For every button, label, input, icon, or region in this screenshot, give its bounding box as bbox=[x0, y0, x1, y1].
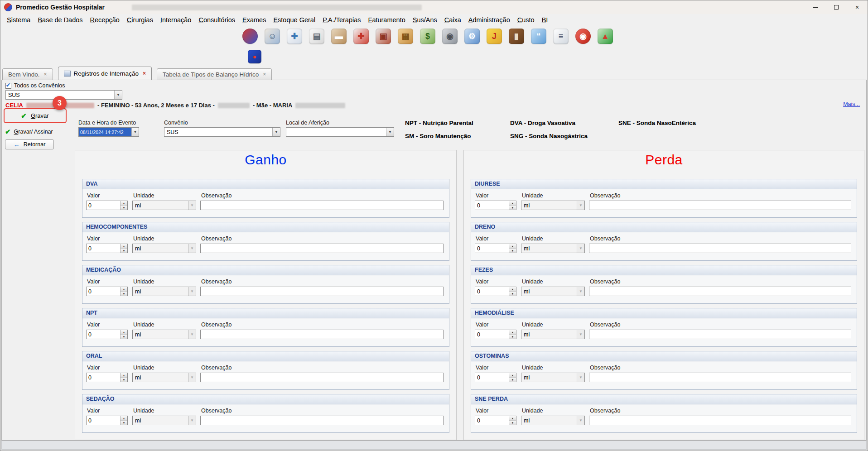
observacao-input[interactable] bbox=[200, 373, 444, 382]
maximize-button[interactable] bbox=[826, 0, 847, 14]
spin-down-icon[interactable]: ▼ bbox=[121, 378, 127, 382]
valor-input[interactable]: 0▲▼ bbox=[86, 287, 128, 296]
datetime-input[interactable]: 08/11/2024 14:27:42 ▼ bbox=[78, 127, 139, 137]
tab-bem-vindo[interactable]: Bem Vindo.× bbox=[2, 68, 53, 80]
spin-down-icon[interactable]: ▼ bbox=[121, 292, 127, 296]
unidade-select[interactable]: ml▼ bbox=[132, 330, 196, 339]
documents-icon[interactable]: ▤ bbox=[309, 29, 324, 44]
spin-up-icon[interactable]: ▲ bbox=[509, 287, 516, 292]
observacao-input[interactable] bbox=[589, 416, 851, 425]
staff-gear-icon[interactable]: ⚙ bbox=[464, 29, 480, 44]
spin-up-icon[interactable]: ▲ bbox=[509, 373, 516, 378]
menu-item-faturamento[interactable]: Faturamento bbox=[365, 15, 409, 25]
observacao-input[interactable] bbox=[200, 416, 444, 425]
basket-icon[interactable]: ▦ bbox=[398, 29, 413, 44]
valor-input[interactable]: 0▲▼ bbox=[475, 416, 516, 425]
safe-icon[interactable]: ◉ bbox=[442, 29, 458, 44]
unidade-select[interactable]: ml▼ bbox=[521, 373, 585, 382]
patient-search-icon[interactable]: ☺ bbox=[265, 29, 280, 44]
power-icon[interactable]: ◉ bbox=[575, 29, 591, 44]
tab-close-icon[interactable]: × bbox=[263, 71, 266, 77]
observacao-input[interactable] bbox=[589, 330, 851, 339]
observacao-input[interactable] bbox=[200, 201, 444, 210]
unidade-select[interactable]: ml▼ bbox=[521, 287, 585, 296]
unidade-select[interactable]: ml▼ bbox=[521, 244, 585, 253]
spin-up-icon[interactable]: ▲ bbox=[121, 373, 127, 378]
spin-up-icon[interactable]: ▲ bbox=[121, 330, 127, 335]
spin-down-icon[interactable]: ▼ bbox=[509, 249, 516, 253]
unidade-select[interactable]: ml▼ bbox=[521, 330, 585, 339]
menu-item-p-a-terapias[interactable]: P.A./Terapias bbox=[319, 15, 364, 25]
traffic-light-icon[interactable]: ● bbox=[248, 50, 261, 63]
spin-up-icon[interactable]: ▲ bbox=[509, 201, 516, 206]
all-convenios-checkbox[interactable]: ✔ bbox=[5, 83, 11, 89]
spin-down-icon[interactable]: ▼ bbox=[121, 206, 127, 210]
valor-input[interactable]: 0▲▼ bbox=[86, 244, 128, 253]
menu-item-bi[interactable]: BI bbox=[538, 15, 552, 25]
valor-input[interactable]: 0▲▼ bbox=[86, 330, 128, 339]
valor-input[interactable]: 0▲▼ bbox=[86, 416, 128, 425]
gravar-button[interactable]: ✔ Gravar bbox=[6, 110, 63, 121]
spin-down-icon[interactable]: ▼ bbox=[121, 421, 127, 425]
unidade-select[interactable]: ml▼ bbox=[132, 244, 196, 253]
menu-item-base-de-dados[interactable]: Base de Dados bbox=[34, 15, 86, 25]
observacao-input[interactable] bbox=[589, 201, 851, 210]
spin-up-icon[interactable]: ▲ bbox=[121, 244, 127, 249]
spin-down-icon[interactable]: ▼ bbox=[509, 335, 516, 339]
spin-down-icon[interactable]: ▼ bbox=[509, 378, 516, 382]
observacao-input[interactable] bbox=[200, 330, 444, 339]
chevron-down-icon[interactable]: ▼ bbox=[131, 128, 139, 136]
menu-item-administracao[interactable]: Administração bbox=[465, 15, 514, 25]
spin-up-icon[interactable]: ▲ bbox=[509, 244, 516, 249]
bed-icon[interactable]: ▬ bbox=[331, 29, 347, 44]
journal-icon[interactable]: J bbox=[487, 29, 502, 44]
spin-up-icon[interactable]: ▲ bbox=[509, 330, 516, 335]
unidade-select[interactable]: ml▼ bbox=[521, 416, 585, 425]
valor-input[interactable]: 0▲▼ bbox=[475, 373, 516, 382]
menu-item-recepcao[interactable]: Recepção bbox=[87, 15, 123, 25]
tab-tabela-de-tipos-de-balanco-hidrico[interactable]: Tabela de Tipos de Balanço Hídrico× bbox=[157, 68, 272, 80]
spin-down-icon[interactable]: ▼ bbox=[509, 292, 516, 296]
unidade-select[interactable]: ml▼ bbox=[132, 287, 196, 296]
menu-item-custo[interactable]: Custo bbox=[514, 15, 538, 25]
unidade-select[interactable]: ml▼ bbox=[521, 201, 585, 210]
observacao-input[interactable] bbox=[589, 244, 851, 253]
tab-close-icon[interactable]: × bbox=[143, 70, 146, 77]
close-button[interactable]: × bbox=[847, 0, 868, 14]
bi-chart-icon[interactable]: ▲ bbox=[598, 29, 613, 44]
report-icon[interactable]: ≡ bbox=[553, 29, 569, 44]
emergency-icon[interactable] bbox=[242, 29, 258, 44]
spin-up-icon[interactable]: ▲ bbox=[121, 201, 127, 206]
spin-down-icon[interactable]: ▼ bbox=[509, 421, 516, 425]
observacao-input[interactable] bbox=[200, 287, 444, 296]
menu-item-exames[interactable]: Exames bbox=[239, 15, 270, 25]
menu-item-internacao[interactable]: Internação bbox=[157, 15, 195, 25]
observacao-input[interactable] bbox=[589, 287, 851, 296]
valor-input[interactable]: 0▲▼ bbox=[86, 373, 128, 382]
supply-cart-icon[interactable]: ▣ bbox=[376, 29, 391, 44]
doctor-icon[interactable]: ✚ bbox=[287, 29, 302, 44]
unidade-select[interactable]: ml▼ bbox=[132, 416, 196, 425]
menu-item-sistema[interactable]: Sistema bbox=[3, 15, 34, 25]
unidade-select[interactable]: ml▼ bbox=[132, 201, 196, 210]
menu-item-consultorios[interactable]: Consultórios bbox=[195, 15, 239, 25]
menu-item-cirurgias[interactable]: Cirurgias bbox=[123, 15, 157, 25]
local-afericao-select[interactable]: ▼ bbox=[286, 127, 394, 137]
retornar-button[interactable]: ← Retornar bbox=[5, 139, 54, 149]
tab-registros-de-internacao[interactable]: Registros de Internação× bbox=[58, 67, 152, 80]
ambulance-icon[interactable]: ✚ bbox=[353, 29, 369, 44]
tab-close-icon[interactable]: × bbox=[44, 71, 47, 77]
valor-input[interactable]: 0▲▼ bbox=[475, 330, 516, 339]
observacao-input[interactable] bbox=[200, 244, 444, 253]
money-icon[interactable]: $ bbox=[420, 29, 435, 44]
valor-input[interactable]: 0▲▼ bbox=[475, 201, 516, 210]
spin-down-icon[interactable]: ▼ bbox=[509, 206, 516, 210]
spin-down-icon[interactable]: ▼ bbox=[121, 249, 127, 253]
minimize-button[interactable] bbox=[805, 0, 826, 14]
gravar-assinar-button[interactable]: ✔ Gravar/ Assinar bbox=[5, 127, 53, 137]
observacao-input[interactable] bbox=[589, 373, 851, 382]
chevron-down-icon[interactable]: ▼ bbox=[272, 128, 280, 136]
spin-down-icon[interactable]: ▼ bbox=[121, 335, 127, 339]
chevron-down-icon[interactable]: ▼ bbox=[114, 91, 122, 99]
valor-input[interactable]: 0▲▼ bbox=[86, 201, 128, 210]
